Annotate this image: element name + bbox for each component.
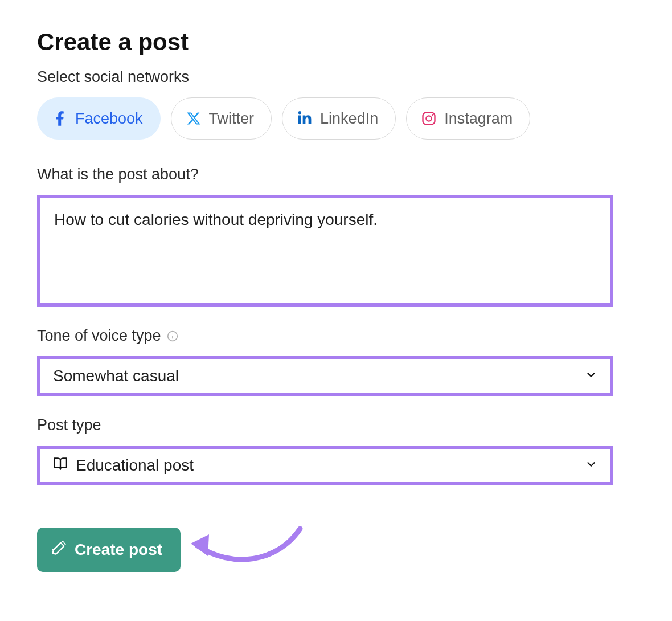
twitter-x-icon	[185, 110, 202, 127]
book-open-icon	[53, 456, 68, 475]
network-chip-linkedin[interactable]: LinkedIn	[282, 97, 396, 140]
post-type-label: Post type	[37, 416, 635, 434]
network-chip-label: Instagram	[444, 110, 513, 128]
svg-point-2	[432, 114, 433, 116]
create-post-button[interactable]: Create post	[37, 528, 181, 572]
about-field-wrapper	[37, 195, 613, 307]
tone-label-text: Tone of voice type	[37, 327, 161, 345]
chevron-down-icon	[585, 456, 597, 475]
network-chip-label: Twitter	[209, 110, 255, 128]
network-chip-instagram[interactable]: Instagram	[406, 97, 530, 140]
arrow-annotation-icon	[186, 523, 312, 577]
svg-marker-6	[191, 534, 209, 556]
tone-label: Tone of voice type	[37, 327, 635, 345]
svg-point-5	[172, 333, 173, 334]
network-chip-label: Facebook	[75, 110, 143, 128]
svg-point-1	[427, 116, 432, 121]
tone-select[interactable]: Somewhat casual	[37, 356, 613, 396]
facebook-icon	[51, 110, 68, 127]
networks-label: Select social networks	[37, 68, 635, 86]
post-type-value: Educational post	[76, 456, 194, 475]
network-chip-twitter[interactable]: Twitter	[171, 97, 272, 140]
about-input[interactable]	[40, 198, 610, 301]
magic-wand-icon	[51, 540, 67, 560]
chevron-down-icon	[585, 367, 597, 385]
post-type-select[interactable]: Educational post	[37, 446, 613, 485]
linkedin-icon	[296, 110, 313, 127]
create-post-label: Create post	[75, 541, 162, 559]
tone-value: Somewhat casual	[53, 367, 179, 385]
networks-list: Facebook Twitter LinkedIn Instagram	[37, 97, 635, 140]
info-icon[interactable]	[167, 330, 178, 342]
network-chip-facebook[interactable]: Facebook	[37, 97, 161, 140]
about-label: What is the post about?	[37, 166, 635, 183]
page-title: Create a post	[37, 28, 635, 56]
instagram-icon	[420, 110, 437, 127]
network-chip-label: LinkedIn	[320, 110, 378, 128]
